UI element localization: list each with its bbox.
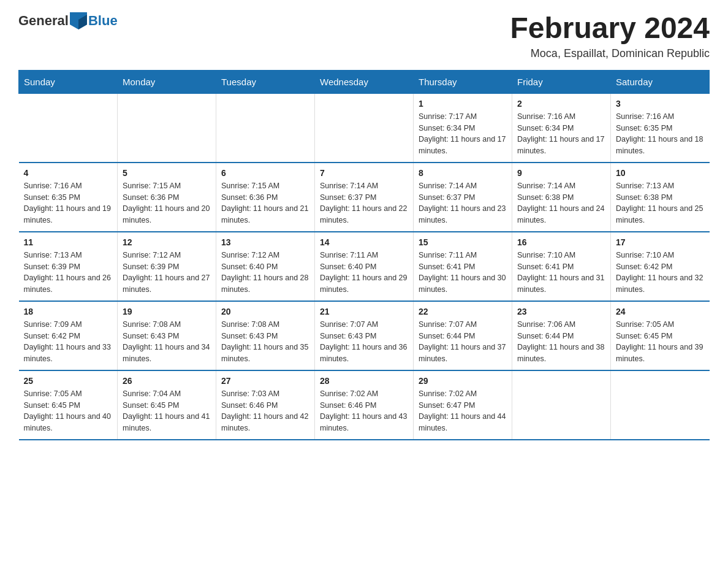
calendar-day-cell: 24Sunrise: 7:05 AM Sunset: 6:45 PM Dayli… [611, 301, 710, 370]
day-number: 14 [320, 237, 408, 247]
day-number: 13 [221, 237, 309, 247]
calendar-day-cell: 19Sunrise: 7:08 AM Sunset: 6:43 PM Dayli… [118, 301, 216, 370]
day-number: 6 [221, 168, 309, 178]
calendar-week-row: 11Sunrise: 7:13 AM Sunset: 6:39 PM Dayli… [19, 232, 710, 301]
day-number: 19 [123, 307, 211, 316]
calendar-table: SundayMondayTuesdayWednesdayThursdayFrid… [18, 70, 710, 440]
calendar-day-cell: 4Sunrise: 7:16 AM Sunset: 6:35 PM Daylig… [19, 163, 118, 232]
day-number: 25 [24, 376, 113, 386]
logo: General Blue [18, 12, 118, 29]
day-number: 3 [616, 99, 705, 109]
calendar-day-cell: 7Sunrise: 7:14 AM Sunset: 6:37 PM Daylig… [315, 163, 414, 232]
day-number: 5 [123, 168, 211, 178]
calendar-day-cell: 25Sunrise: 7:05 AM Sunset: 6:45 PM Dayli… [19, 370, 118, 440]
calendar-day-cell: 11Sunrise: 7:13 AM Sunset: 6:39 PM Dayli… [19, 232, 118, 301]
calendar-week-row: 25Sunrise: 7:05 AM Sunset: 6:45 PM Dayli… [19, 370, 710, 440]
day-number: 22 [419, 307, 507, 316]
day-info: Sunrise: 7:12 AM Sunset: 6:40 PM Dayligh… [221, 251, 308, 294]
day-info: Sunrise: 7:05 AM Sunset: 6:45 PM Dayligh… [616, 320, 703, 363]
day-number: 27 [221, 376, 309, 386]
day-info: Sunrise: 7:06 AM Sunset: 6:44 PM Dayligh… [517, 320, 604, 363]
calendar-day-cell: 29Sunrise: 7:02 AM Sunset: 6:47 PM Dayli… [414, 370, 512, 440]
logo-icon [70, 12, 87, 29]
day-info: Sunrise: 7:15 AM Sunset: 6:36 PM Dayligh… [221, 182, 308, 224]
day-number: 28 [320, 376, 408, 386]
day-info: Sunrise: 7:08 AM Sunset: 6:43 PM Dayligh… [123, 320, 210, 363]
calendar-day-cell [611, 370, 710, 440]
calendar-day-cell: 9Sunrise: 7:14 AM Sunset: 6:38 PM Daylig… [512, 163, 611, 232]
day-number: 16 [517, 237, 605, 247]
calendar-day-cell [512, 370, 611, 440]
calendar-day-cell: 21Sunrise: 7:07 AM Sunset: 6:43 PM Dayli… [315, 301, 414, 370]
calendar-day-cell: 28Sunrise: 7:02 AM Sunset: 6:46 PM Dayli… [315, 370, 414, 440]
calendar-day-cell: 18Sunrise: 7:09 AM Sunset: 6:42 PM Dayli… [19, 301, 118, 370]
calendar-day-cell: 27Sunrise: 7:03 AM Sunset: 6:46 PM Dayli… [216, 370, 315, 440]
day-info: Sunrise: 7:04 AM Sunset: 6:45 PM Dayligh… [123, 389, 210, 432]
day-of-week-header: Saturday [611, 70, 710, 93]
day-number: 12 [123, 237, 211, 247]
day-info: Sunrise: 7:10 AM Sunset: 6:41 PM Dayligh… [517, 251, 604, 294]
day-number: 26 [123, 376, 211, 386]
day-info: Sunrise: 7:16 AM Sunset: 6:35 PM Dayligh… [24, 182, 111, 224]
day-info: Sunrise: 7:03 AM Sunset: 6:46 PM Dayligh… [221, 389, 308, 432]
calendar-day-cell: 2Sunrise: 7:16 AM Sunset: 6:34 PM Daylig… [512, 93, 611, 163]
calendar-day-cell: 17Sunrise: 7:10 AM Sunset: 6:42 PM Dayli… [611, 232, 710, 301]
day-number: 2 [517, 99, 605, 109]
calendar-day-cell: 12Sunrise: 7:12 AM Sunset: 6:39 PM Dayli… [118, 232, 216, 301]
day-info: Sunrise: 7:15 AM Sunset: 6:36 PM Dayligh… [123, 182, 210, 224]
calendar-subtitle: Moca, Espaillat, Dominican Republic [510, 47, 710, 60]
day-number: 18 [24, 307, 113, 316]
day-info: Sunrise: 7:16 AM Sunset: 6:35 PM Dayligh… [616, 112, 703, 155]
day-info: Sunrise: 7:02 AM Sunset: 6:46 PM Dayligh… [320, 389, 407, 432]
title-block: February 2024 Moca, Espaillat, Dominican… [510, 12, 710, 60]
day-info: Sunrise: 7:11 AM Sunset: 6:40 PM Dayligh… [320, 251, 407, 294]
day-info: Sunrise: 7:14 AM Sunset: 6:38 PM Dayligh… [517, 182, 604, 224]
day-number: 17 [616, 237, 705, 247]
calendar-day-cell: 15Sunrise: 7:11 AM Sunset: 6:41 PM Dayli… [414, 232, 512, 301]
calendar-day-cell: 13Sunrise: 7:12 AM Sunset: 6:40 PM Dayli… [216, 232, 315, 301]
day-number: 9 [517, 168, 605, 178]
calendar-title: February 2024 [510, 12, 710, 45]
calendar-day-cell: 23Sunrise: 7:06 AM Sunset: 6:44 PM Dayli… [512, 301, 611, 370]
logo-blue-text: Blue [88, 13, 118, 29]
calendar-day-cell [216, 93, 315, 163]
day-of-week-header: Tuesday [216, 70, 315, 93]
day-number: 23 [517, 307, 605, 316]
day-info: Sunrise: 7:13 AM Sunset: 6:39 PM Dayligh… [24, 251, 111, 294]
day-of-week-header: Thursday [414, 70, 512, 93]
calendar-day-cell [315, 93, 414, 163]
calendar-header-row: SundayMondayTuesdayWednesdayThursdayFrid… [19, 70, 710, 93]
day-number: 7 [320, 168, 408, 178]
calendar-day-cell: 14Sunrise: 7:11 AM Sunset: 6:40 PM Dayli… [315, 232, 414, 301]
day-number: 1 [419, 99, 507, 109]
calendar-day-cell: 1Sunrise: 7:17 AM Sunset: 6:34 PM Daylig… [414, 93, 512, 163]
day-number: 20 [221, 307, 309, 316]
calendar-day-cell: 10Sunrise: 7:13 AM Sunset: 6:38 PM Dayli… [611, 163, 710, 232]
logo-general-text: General [18, 13, 69, 29]
day-number: 15 [419, 237, 507, 247]
day-info: Sunrise: 7:07 AM Sunset: 6:44 PM Dayligh… [419, 320, 506, 363]
calendar-day-cell [118, 93, 216, 163]
day-info: Sunrise: 7:02 AM Sunset: 6:47 PM Dayligh… [419, 389, 506, 432]
calendar-week-row: 1Sunrise: 7:17 AM Sunset: 6:34 PM Daylig… [19, 93, 710, 163]
day-number: 24 [616, 307, 705, 316]
day-info: Sunrise: 7:16 AM Sunset: 6:34 PM Dayligh… [517, 112, 604, 155]
calendar-week-row: 18Sunrise: 7:09 AM Sunset: 6:42 PM Dayli… [19, 301, 710, 370]
day-number: 4 [24, 168, 113, 178]
day-info: Sunrise: 7:05 AM Sunset: 6:45 PM Dayligh… [24, 389, 111, 432]
day-info: Sunrise: 7:08 AM Sunset: 6:43 PM Dayligh… [221, 320, 308, 363]
calendar-day-cell: 26Sunrise: 7:04 AM Sunset: 6:45 PM Dayli… [118, 370, 216, 440]
calendar-day-cell: 8Sunrise: 7:14 AM Sunset: 6:37 PM Daylig… [414, 163, 512, 232]
calendar-day-cell: 5Sunrise: 7:15 AM Sunset: 6:36 PM Daylig… [118, 163, 216, 232]
day-number: 11 [24, 237, 113, 247]
calendar-day-cell: 6Sunrise: 7:15 AM Sunset: 6:36 PM Daylig… [216, 163, 315, 232]
day-info: Sunrise: 7:17 AM Sunset: 6:34 PM Dayligh… [419, 112, 506, 155]
day-info: Sunrise: 7:07 AM Sunset: 6:43 PM Dayligh… [320, 320, 407, 363]
day-number: 29 [419, 376, 507, 386]
day-info: Sunrise: 7:09 AM Sunset: 6:42 PM Dayligh… [24, 320, 111, 363]
day-info: Sunrise: 7:14 AM Sunset: 6:37 PM Dayligh… [320, 182, 407, 224]
day-info: Sunrise: 7:14 AM Sunset: 6:37 PM Dayligh… [419, 182, 506, 224]
calendar-week-row: 4Sunrise: 7:16 AM Sunset: 6:35 PM Daylig… [19, 163, 710, 232]
day-number: 21 [320, 307, 408, 316]
day-info: Sunrise: 7:11 AM Sunset: 6:41 PM Dayligh… [419, 251, 506, 294]
